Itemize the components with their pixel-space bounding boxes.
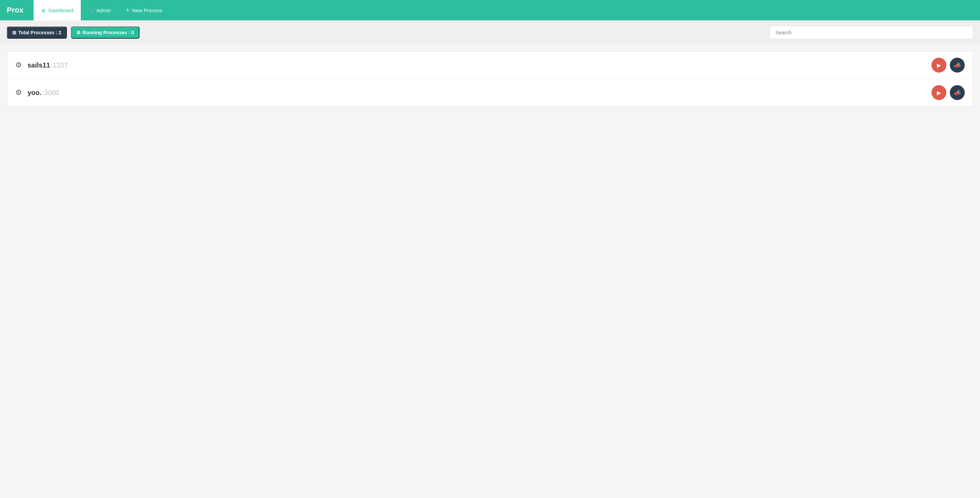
process-actions: ▶ 📣 <box>931 85 965 100</box>
process-row: yoo. :3000 ▶ 📣 <box>7 79 973 106</box>
total-processes-label: Total Processes : 2 <box>18 30 61 35</box>
nav-new-process-label: New Process <box>132 8 162 13</box>
process-port: :3000 <box>42 89 59 97</box>
plus-icon <box>126 7 130 14</box>
announce-button[interactable]: 📣 <box>950 58 965 73</box>
process-name: sails11 <box>27 61 50 69</box>
nav-admin-label: Admin <box>96 8 111 13</box>
layers-icon <box>12 30 16 35</box>
nav-dashboard-label: Dashboard <box>49 8 73 13</box>
search-wrapper <box>770 26 973 39</box>
cog-icon <box>76 30 81 35</box>
search-input[interactable] <box>770 26 973 39</box>
nav-admin[interactable]: Admin <box>81 0 118 21</box>
process-gear-icon <box>15 88 22 97</box>
play-icon: ▶ <box>937 89 941 96</box>
process-row: sails11 :1337 ▶ 📣 <box>7 52 973 79</box>
wrench-icon <box>88 8 94 13</box>
monitor-icon <box>41 8 46 13</box>
megaphone-icon: 📣 <box>954 62 961 68</box>
running-processes-badge[interactable]: Running Processes : 0 <box>71 27 140 39</box>
process-actions: ▶ 📣 <box>931 58 965 73</box>
running-processes-label: Running Processes : 0 <box>83 30 134 35</box>
navbar: Prox Dashboard Admin New Process <box>0 0 980 21</box>
play-button[interactable]: ▶ <box>931 58 947 73</box>
nav-dashboard[interactable]: Dashboard <box>33 0 81 21</box>
process-gear-icon <box>15 61 22 70</box>
play-icon: ▶ <box>937 62 941 68</box>
process-list: sails11 :1337 ▶ 📣 yoo. :3000 ▶ 📣 <box>7 51 973 107</box>
megaphone-icon: 📣 <box>954 89 961 96</box>
process-name: yoo. <box>27 89 41 97</box>
play-button[interactable]: ▶ <box>931 85 947 100</box>
brand-logo: Prox <box>7 6 30 14</box>
announce-button[interactable]: 📣 <box>950 85 965 100</box>
toolbar: Total Processes : 2 Running Processes : … <box>0 21 980 45</box>
total-processes-badge[interactable]: Total Processes : 2 <box>7 27 67 39</box>
process-port: :1337 <box>51 61 68 69</box>
nav-new-process[interactable]: New Process <box>118 0 170 21</box>
